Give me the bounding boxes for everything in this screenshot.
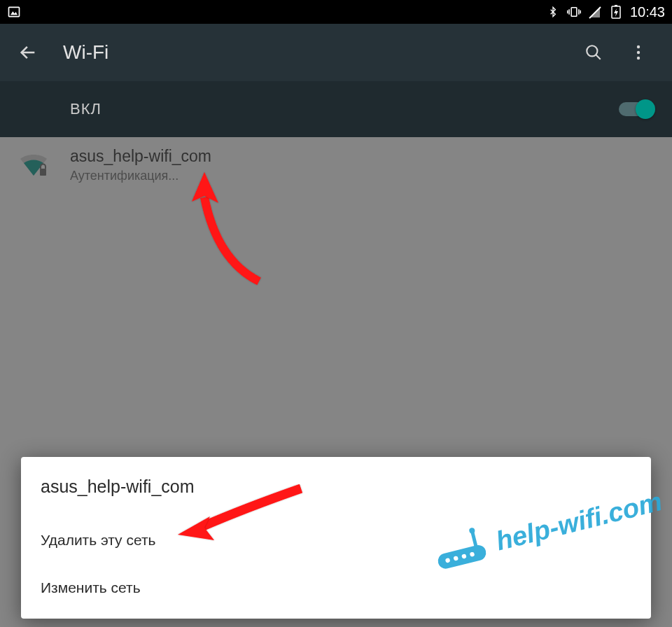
search-button[interactable] [581, 40, 606, 65]
network-dialog: asus_help-wifi_com Удалить эту сеть Изме… [21, 457, 651, 619]
svg-rect-5 [615, 5, 617, 6]
page-title: Wi-Fi [63, 41, 581, 64]
delete-network-item[interactable]: Удалить эту сеть [41, 516, 631, 564]
svg-rect-2 [571, 8, 577, 16]
dialog-title: asus_help-wifi_com [41, 477, 631, 497]
annotation-arrow-1 [189, 169, 287, 288]
back-button[interactable] [14, 38, 42, 66]
content-area: asus_help-wifi_com Аутентификация... asu… [0, 137, 672, 627]
bluetooth-icon [546, 5, 560, 19]
svg-point-7 [587, 45, 597, 56]
svg-marker-1 [10, 11, 18, 15]
wifi-toggle-label: ВКЛ [70, 100, 102, 118]
wifi-toggle-bar: ВКЛ [0, 81, 672, 137]
svg-rect-0 [9, 7, 20, 16]
annotation-arrow-2 [175, 480, 308, 543]
modify-network-item[interactable]: Изменить сеть [41, 564, 631, 612]
more-options-button[interactable] [626, 40, 651, 65]
picture-icon [7, 5, 21, 19]
switch-thumb [636, 99, 655, 119]
svg-point-10 [637, 51, 640, 54]
svg-point-9 [637, 45, 640, 48]
no-sim-icon [588, 5, 602, 19]
clock-text: 10:43 [630, 4, 665, 20]
wifi-toggle-switch[interactable] [619, 102, 652, 116]
battery-charging-icon [609, 5, 623, 19]
status-bar: 10:43 [0, 0, 672, 24]
vibrate-icon [567, 5, 581, 19]
svg-marker-6 [614, 8, 618, 17]
app-bar: Wi-Fi [0, 24, 672, 81]
svg-point-11 [637, 57, 640, 59]
svg-line-8 [596, 55, 601, 59]
